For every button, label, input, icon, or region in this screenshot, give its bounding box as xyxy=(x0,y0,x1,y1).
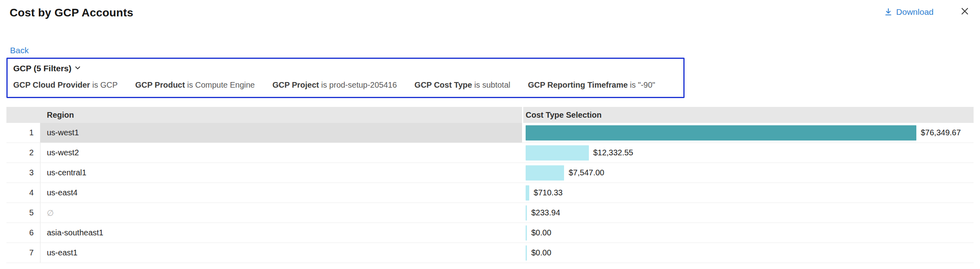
filter-item: GCP Cloud Provider is GCP xyxy=(13,80,118,90)
row-index: 7 xyxy=(29,248,34,257)
row-index: 1 xyxy=(29,128,34,137)
cost-cell: $233.94 xyxy=(522,203,974,223)
cost-cell: $12,332.55 xyxy=(522,143,974,163)
row-index: 6 xyxy=(29,228,34,237)
download-button[interactable]: Download xyxy=(884,7,934,17)
row-index-cell: 7 xyxy=(6,243,40,263)
region-cell[interactable]: us-east1 xyxy=(40,243,522,263)
cost-bar[interactable] xyxy=(526,185,529,201)
row-cost-label: $233.94 xyxy=(531,208,560,217)
table-row: 2 us-west2 $12,332.55 xyxy=(6,143,974,163)
header-cell-cost[interactable]: Cost Type Selection xyxy=(522,107,974,123)
row-cost-label: $12,332.55 xyxy=(593,148,633,157)
filter-condition: is GCP xyxy=(92,80,117,89)
row-index-cell: 3 xyxy=(6,163,40,183)
table-header: Region Cost Type Selection xyxy=(6,107,974,123)
region-cell[interactable]: us-west2 xyxy=(40,143,522,163)
download-icon xyxy=(884,8,893,16)
close-icon xyxy=(960,6,970,18)
filter-panel: GCP (5 Filters) GCP Cloud Provider is GC… xyxy=(6,58,685,98)
cost-cell: $76,349.67 xyxy=(522,123,974,143)
filter-name: GCP Cost Type xyxy=(414,80,472,89)
row-region: us-east4 xyxy=(47,188,78,197)
row-cost-label: $0.00 xyxy=(531,228,551,237)
row-index: 5 xyxy=(29,208,34,217)
row-index-cell: 5 xyxy=(6,203,40,223)
row-region: us-west1 xyxy=(47,128,79,137)
page-title: Cost by GCP Accounts xyxy=(10,6,133,19)
table-body: 1 us-west1 $76,349.67 2 us-west2 $12,332… xyxy=(6,123,974,263)
row-region: ∅ xyxy=(47,208,54,218)
filter-condition: is prod-setup-205416 xyxy=(321,80,397,89)
filter-item: GCP Project is prod-setup-205416 xyxy=(272,80,397,90)
filter-condition: is subtotal xyxy=(474,80,510,89)
table-row: 7 us-east1 $0.00 xyxy=(6,243,974,263)
filter-condition: is "-90" xyxy=(630,80,655,89)
filter-item: GCP Cost Type is subtotal xyxy=(414,80,510,90)
row-index-cell: 6 xyxy=(6,223,40,243)
cost-bar[interactable] xyxy=(526,165,564,181)
filter-name: GCP Project xyxy=(272,80,319,89)
download-label: Download xyxy=(896,7,934,17)
topbar: Cost by GCP Accounts Download xyxy=(0,0,980,19)
filter-name: GCP Product xyxy=(135,80,185,89)
cost-cell: $7,547.00 xyxy=(522,163,974,183)
row-cost-label: $7,547.00 xyxy=(568,168,604,177)
filter-list: GCP Cloud Provider is GCPGCP Product is … xyxy=(13,80,677,90)
close-button[interactable] xyxy=(960,6,970,18)
cost-bar[interactable] xyxy=(526,145,589,161)
cost-bar[interactable] xyxy=(526,245,527,261)
filter-summary[interactable]: GCP (5 Filters) xyxy=(13,64,81,73)
cost-bar[interactable] xyxy=(526,225,527,241)
table-row: 3 us-central1 $7,547.00 xyxy=(6,163,974,183)
cost-bar[interactable] xyxy=(526,205,527,221)
row-cost-label: $76,349.67 xyxy=(921,128,961,137)
row-cost-label: $0.00 xyxy=(531,248,551,257)
topbar-actions: Download xyxy=(884,6,970,18)
filter-name: GCP Cloud Provider xyxy=(13,80,90,89)
chevron-down-icon xyxy=(74,64,81,72)
table-row: 1 us-west1 $76,349.67 xyxy=(6,123,974,143)
row-region: us-central1 xyxy=(47,168,86,177)
filter-condition: is Compute Engine xyxy=(187,80,255,89)
row-region: us-east1 xyxy=(47,248,78,257)
row-index: 2 xyxy=(29,148,34,157)
cost-cell: $0.00 xyxy=(522,243,974,263)
region-cell[interactable]: asia-southeast1 xyxy=(40,223,522,243)
header-cell-region[interactable]: Region xyxy=(40,107,522,123)
cost-cell: $710.33 xyxy=(522,183,974,203)
row-cost-label: $710.33 xyxy=(534,188,562,197)
filter-item: GCP Product is Compute Engine xyxy=(135,80,255,90)
row-region: asia-southeast1 xyxy=(47,228,103,237)
region-cell[interactable]: us-west1 xyxy=(40,123,522,143)
cost-bar[interactable] xyxy=(526,125,916,141)
back-link[interactable]: Back xyxy=(10,46,29,55)
table-row: 4 us-east4 $710.33 xyxy=(6,183,974,203)
row-region: us-west2 xyxy=(47,148,79,157)
cost-cell: $0.00 xyxy=(522,223,974,243)
region-cell[interactable]: ∅ xyxy=(40,203,522,223)
row-index-cell: 1 xyxy=(6,123,40,143)
row-index: 3 xyxy=(29,168,34,177)
filter-name: GCP Reporting Timeframe xyxy=(528,80,628,89)
filter-item: GCP Reporting Timeframe is "-90" xyxy=(528,80,655,90)
region-cell[interactable]: us-central1 xyxy=(40,163,522,183)
filter-summary-label: GCP (5 Filters) xyxy=(13,64,71,73)
cost-table: Region Cost Type Selection 1 us-west1 $7… xyxy=(6,107,974,263)
row-index-cell: 2 xyxy=(6,143,40,163)
table-row: 6 asia-southeast1 $0.00 xyxy=(6,223,974,243)
row-index-cell: 4 xyxy=(6,183,40,203)
region-cell[interactable]: us-east4 xyxy=(40,183,522,203)
table-row: 5 ∅ $233.94 xyxy=(6,203,974,223)
row-index: 4 xyxy=(29,188,34,197)
